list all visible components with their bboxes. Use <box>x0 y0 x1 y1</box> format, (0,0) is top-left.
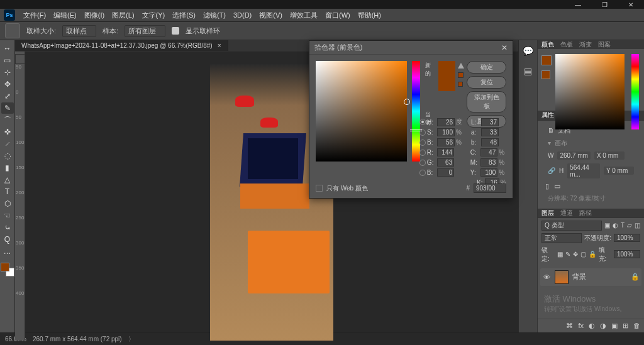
ok-button[interactable]: 确定 <box>467 61 506 74</box>
visibility-icon[interactable]: 👁 <box>542 273 551 281</box>
new-layer-icon[interactable]: ⊞ <box>623 322 628 330</box>
link-icon[interactable]: 🔗 <box>548 167 555 174</box>
lock-all-icon[interactable]: 🔒 <box>589 251 596 258</box>
canvas-width[interactable]: 260.7 mm <box>557 151 590 160</box>
menu-image[interactable]: 图像(I) <box>81 9 108 21</box>
panel-hue-strip[interactable] <box>631 54 639 129</box>
opacity-input[interactable]: 100% <box>614 234 640 242</box>
tool-preset-button[interactable] <box>5 23 20 38</box>
orient-landscape-icon[interactable]: ▭ <box>554 182 560 190</box>
s-input[interactable]: 100 <box>437 128 455 136</box>
window-min-button[interactable]: — <box>565 0 591 9</box>
marquee-tool[interactable]: ▭ <box>1 55 14 66</box>
sv-cursor[interactable] <box>404 99 410 105</box>
orient-portrait-icon[interactable]: ▯ <box>545 182 549 190</box>
hex-input[interactable]: 903f00 <box>474 183 506 193</box>
canvas-x[interactable]: X 0 mm <box>594 151 625 160</box>
menu-plugins[interactable]: 增效工具 <box>287 9 321 21</box>
brush-tool[interactable]: ✜ <box>1 126 14 138</box>
menu-type[interactable]: 文字(Y) <box>139 9 169 21</box>
menu-window[interactable]: 窗口(W) <box>322 9 353 21</box>
eraser-tool[interactable]: ◌ <box>1 150 14 162</box>
l-input[interactable]: 37 <box>481 118 499 126</box>
document-tab-close[interactable]: × <box>218 42 221 49</box>
r-input[interactable]: 144 <box>437 148 455 156</box>
mask-icon[interactable]: ◐ <box>589 322 595 330</box>
tab-paths[interactable]: 路径 <box>579 209 592 217</box>
sample-layers-dropdown[interactable]: 所有图层 <box>125 25 165 37</box>
gradient-tool[interactable]: ▮ <box>1 162 14 173</box>
color-swatches[interactable] <box>1 263 14 277</box>
fill-input[interactable]: 100% <box>614 250 640 258</box>
lock-pos-icon[interactable]: ✥ <box>573 251 578 258</box>
comment-icon[interactable]: 💬 <box>523 45 534 57</box>
menu-view[interactable]: 视图(V) <box>256 9 286 21</box>
hand-tool[interactable]: ☜ <box>1 210 14 221</box>
radio-h[interactable] <box>419 119 426 125</box>
radio-b[interactable] <box>419 140 426 146</box>
pen-tool[interactable]: △ <box>1 174 14 185</box>
filter-type-icon[interactable]: T <box>621 222 625 229</box>
canvas-height[interactable]: 564.44 m... <box>567 163 600 178</box>
radio-r[interactable] <box>419 150 426 156</box>
menu-help[interactable]: 帮助(H) <box>355 9 384 21</box>
filter-shape-icon[interactable]: ▱ <box>627 222 632 229</box>
eyedropper-tool[interactable]: ✎ <box>1 102 14 114</box>
history-icon[interactable]: ▤ <box>523 65 534 77</box>
y-input[interactable]: 100 <box>480 168 498 177</box>
stamp-tool[interactable]: ⟋ <box>1 138 14 150</box>
layer-row-background[interactable]: 👁 背景 🔒 <box>540 268 641 286</box>
menu-3d[interactable]: 3D(D) <box>230 10 255 20</box>
tab-color[interactable]: 颜色 <box>541 40 554 49</box>
radio-bv[interactable] <box>419 170 426 176</box>
adjustment-icon[interactable]: ◑ <box>600 322 606 330</box>
menu-edit[interactable]: 编辑(E) <box>50 9 80 21</box>
tab-patterns[interactable]: 图案 <box>598 40 611 49</box>
tab-swatches[interactable]: 色板 <box>560 40 573 49</box>
g-input[interactable]: 63 <box>437 158 455 167</box>
move-tool[interactable]: ↔ <box>1 43 14 54</box>
picker-close-button[interactable]: ✕ <box>501 43 508 52</box>
canvas-y[interactable]: Y 0 mm <box>604 167 634 175</box>
layer-filter-dropdown[interactable]: Q 类型 <box>541 221 602 231</box>
current-color-swatch[interactable] <box>438 76 456 91</box>
websafe-swatch-icon[interactable] <box>458 82 463 87</box>
delete-layer-icon[interactable]: 🗑 <box>633 322 640 330</box>
filter-image-icon[interactable]: ▣ <box>604 222 610 229</box>
foreground-swatch[interactable] <box>1 263 9 271</box>
h-input[interactable]: 26 <box>437 118 455 126</box>
radio-s[interactable] <box>419 129 426 136</box>
blend-mode-dropdown[interactable]: 正常 <box>541 233 582 243</box>
sample-size-dropdown[interactable]: 取样点 <box>62 25 96 37</box>
cancel-button[interactable]: 复位 <box>467 76 506 89</box>
menu-select[interactable]: 选择(S) <box>169 9 199 21</box>
menu-layer[interactable]: 图层(L) <box>109 9 137 21</box>
type-tool[interactable]: T <box>1 186 14 197</box>
wand-tool[interactable]: ✥ <box>1 79 14 90</box>
lab-b-input[interactable]: 48 <box>481 138 499 146</box>
filter-adjust-icon[interactable]: ◐ <box>613 222 618 229</box>
group-icon[interactable]: ▣ <box>611 322 618 330</box>
add-swatch-button[interactable]: 添加到色板 <box>467 91 506 112</box>
gamut-warning-icon[interactable] <box>458 63 464 68</box>
radio-g[interactable] <box>419 160 426 166</box>
gamut-swatch-icon[interactable] <box>458 72 464 78</box>
menu-filter[interactable]: 滤镜(T) <box>200 9 229 21</box>
new-color-swatch[interactable] <box>438 61 456 76</box>
more-tools[interactable]: … <box>1 246 14 257</box>
tab-properties[interactable]: 属性 <box>541 111 554 119</box>
layer-thumb[interactable] <box>555 270 569 284</box>
menu-file[interactable]: 文件(F) <box>20 9 49 21</box>
shape-tool[interactable]: ⬡ <box>1 198 14 209</box>
bv-input[interactable]: 0 <box>437 168 455 177</box>
tab-gradients[interactable]: 渐变 <box>579 40 592 49</box>
a-input[interactable]: 33 <box>481 128 499 136</box>
web-only-checkbox[interactable] <box>316 185 323 192</box>
tab-channels[interactable]: 通道 <box>560 209 573 217</box>
show-ring-checkbox[interactable] <box>172 27 179 35</box>
crop-tool[interactable]: ⤢ <box>1 90 14 102</box>
lock-art-icon[interactable]: ▢ <box>580 251 586 258</box>
filter-smart-icon[interactable]: ◫ <box>635 222 640 229</box>
tab-layers[interactable]: 图层 <box>541 209 554 217</box>
hue-strip[interactable] <box>412 61 420 162</box>
